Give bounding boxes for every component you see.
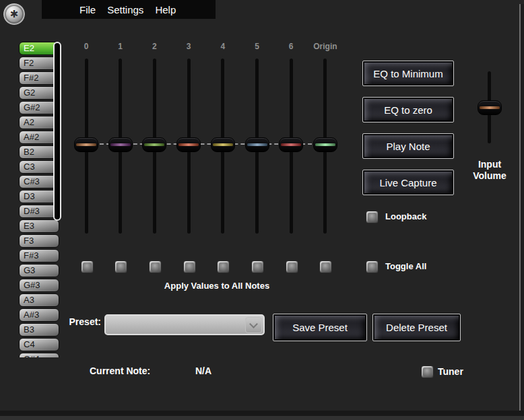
menu-item-file[interactable]: File [79, 4, 96, 15]
eq-apply-checkbox-1[interactable] [114, 260, 127, 273]
eq-slider-label-6: 6 [274, 42, 308, 51]
eq-apply-checkbox-5[interactable] [251, 260, 264, 273]
note-button-g3[interactable]: G3 [19, 264, 59, 277]
note-button-e3[interactable]: E3 [19, 219, 59, 233]
input-volume-label-line1: Input [463, 159, 517, 170]
app-window: ✱ FileSettingsHelp E2F2F#2G2G#2A2A#2B2C3… [0, 0, 524, 420]
eq-slider-stripe-5 [247, 143, 267, 146]
eq-slider-label-3: 3 [172, 42, 205, 51]
eq-slider-handle-4[interactable] [211, 137, 235, 152]
current-note-value: N/A [195, 365, 211, 376]
tuner-label: Tuner [438, 366, 463, 377]
live-capture-button[interactable]: Live Capture [362, 170, 454, 195]
note-button-gsharp3[interactable]: G#3 [19, 279, 59, 292]
eq-apply-checkbox-6[interactable] [286, 260, 298, 273]
chevron-down-icon [249, 320, 258, 328]
eq-slider-label-5: 5 [240, 42, 274, 51]
eq-slider-handle-6[interactable] [279, 137, 303, 152]
loopback-label: Loopback [385, 211, 426, 221]
app-logo-icon[interactable]: ✱ [3, 3, 26, 26]
eq-slider-handle-2[interactable] [142, 137, 166, 152]
note-button-a3[interactable]: A3 [19, 293, 59, 307]
eq-slider-label-4: 4 [206, 42, 240, 51]
preset-dropdown-arrow-button[interactable] [245, 317, 262, 333]
loopback-checkbox[interactable] [366, 211, 379, 223]
note-list-scrollbar[interactable] [53, 42, 61, 221]
eq-apply-checkbox-3[interactable] [183, 260, 196, 273]
menu-bar: FileSettingsHelp [42, 0, 216, 19]
input-volume-label-line2: Volume [463, 170, 517, 182]
menu-item-settings[interactable]: Settings [107, 4, 143, 15]
eq-slider-stripe-3 [178, 143, 199, 146]
delete-preset-button[interactable]: Delete Preset [372, 314, 461, 341]
eq-slider-stripe-6 [281, 143, 301, 146]
eq-slider-stripe-2 [144, 143, 164, 146]
eq-to-zero-button[interactable]: EQ to zero [362, 97, 454, 123]
eq-slider-handle-5[interactable] [245, 137, 269, 152]
tuner-checkbox[interactable] [421, 365, 434, 378]
note-button-fsharp3[interactable]: F#3 [19, 249, 59, 262]
eq-slider-label-origin: Origin [308, 42, 342, 51]
eq-slider-stripe-0 [76, 143, 96, 146]
eq-slider-label-1: 1 [104, 42, 137, 51]
eq-slider-handle-origin[interactable] [313, 137, 337, 152]
eq-slider-stripe-1 [110, 143, 131, 146]
window-bottom-edge [0, 411, 524, 416]
preset-dropdown[interactable] [104, 314, 265, 335]
eq-slider-label-2: 2 [137, 42, 171, 51]
eq-apply-checkbox-2[interactable] [149, 260, 162, 273]
eq-apply-checkbox-4[interactable] [217, 260, 230, 273]
preset-label: Preset: [39, 316, 101, 327]
input-volume-stripe [480, 106, 500, 109]
play-note-button[interactable]: Play Note [362, 133, 454, 159]
toggle-all-checkbox[interactable] [366, 260, 379, 273]
apply-values-label: Apply Values to All Notes [104, 281, 329, 291]
menu-item-help[interactable]: Help [155, 4, 176, 15]
note-button-csharp4[interactable]: C#4 [19, 353, 59, 357]
window-right-edge [519, 4, 524, 412]
note-button-f3[interactable]: F3 [19, 234, 59, 248]
window-bottom-strip [0, 416, 524, 420]
toggle-all-label: Toggle All [385, 261, 426, 271]
eq-slider-handle-1[interactable] [108, 137, 133, 152]
input-volume-handle[interactable] [478, 100, 502, 115]
current-note-label: Current Note: [90, 365, 150, 376]
eq-slider-handle-3[interactable] [176, 137, 201, 152]
save-preset-button[interactable]: Save Preset [273, 314, 367, 341]
eq-slider-label-0: 0 [69, 42, 103, 51]
eq-apply-checkbox-origin[interactable] [319, 260, 332, 273]
eq-to-minimum-button[interactable]: EQ to Minimum [362, 61, 454, 86]
eq-slider-stripe-4 [213, 143, 233, 146]
eq-apply-checkbox-0[interactable] [81, 260, 94, 273]
eq-slider-handle-0[interactable] [74, 137, 98, 152]
note-button-c4[interactable]: C4 [19, 338, 59, 351]
eq-slider-stripe-origin [315, 143, 335, 146]
input-volume-label: Input Volume [463, 159, 517, 182]
